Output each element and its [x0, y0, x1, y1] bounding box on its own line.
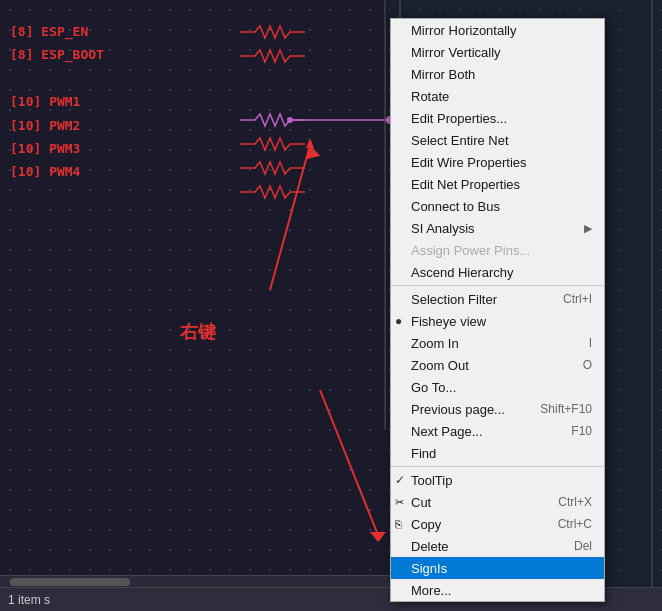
copy-shortcut: Ctrl+C — [558, 517, 592, 531]
status-text: 1 item s — [8, 593, 50, 607]
component-label-pwm3: [10] PWM3 — [10, 137, 104, 160]
context-menu: Mirror Horizontally Mirror Vertically Mi… — [390, 18, 605, 602]
menu-item-find[interactable]: Find — [391, 442, 604, 464]
cut-icon: ✂ — [395, 496, 404, 509]
menu-item-zoom-out[interactable]: Zoom Out O — [391, 354, 604, 376]
svg-marker-9 — [370, 532, 386, 542]
component-label-spacer — [10, 67, 104, 90]
menu-item-go-to[interactable]: Go To... — [391, 376, 604, 398]
svg-marker-3 — [303, 143, 320, 159]
menu-item-tooltip[interactable]: ✓ ToolTip — [391, 469, 604, 491]
menu-item-select-entire-net[interactable]: Select Entire Net — [391, 129, 604, 151]
selection-filter-shortcut: Ctrl+I — [563, 292, 592, 306]
menu-item-edit-wire-properties[interactable]: Edit Wire Properties — [391, 151, 604, 173]
zoom-in-shortcut: I — [589, 336, 592, 350]
menu-item-edit-net-properties[interactable]: Edit Net Properties — [391, 173, 604, 195]
menu-item-delete[interactable]: Delete Del — [391, 535, 604, 557]
component-label-pwm4: [10] PWM4 — [10, 160, 104, 183]
svg-line-2 — [270, 145, 310, 290]
component-label-pwm1: [10] PWM1 — [10, 90, 104, 113]
scrollbar-thumb[interactable] — [10, 578, 130, 586]
menu-item-selection-filter[interactable]: Selection Filter Ctrl+I — [391, 288, 604, 310]
prev-page-shortcut: Shift+F10 — [540, 402, 592, 416]
menu-item-ascend-hierarchy[interactable]: Ascend Hierarchy — [391, 261, 604, 283]
menu-item-next-page[interactable]: Next Page... F10 — [391, 420, 604, 442]
menu-separator-1 — [391, 285, 604, 286]
menu-item-connect-to-bus[interactable]: Connect to Bus — [391, 195, 604, 217]
component-labels: [8] ESP_EN [8] ESP_BOOT [10] PWM1 [10] P… — [10, 20, 104, 184]
copy-icon: ⎘ — [395, 518, 402, 530]
menu-item-signls[interactable]: SignIs — [391, 557, 604, 579]
schematic-content: [8] ESP_EN [8] ESP_BOOT [10] PWM1 [10] P… — [0, 0, 390, 611]
menu-item-zoom-in[interactable]: Zoom In I — [391, 332, 604, 354]
menu-item-more[interactable]: More... — [391, 579, 604, 601]
svg-point-1 — [287, 117, 293, 123]
annotation-text: 右键 — [180, 320, 216, 344]
component-label-pwm2: [10] PWM2 — [10, 114, 104, 137]
menu-item-previous-page[interactable]: Previous page... Shift+F10 — [391, 398, 604, 420]
cut-shortcut: Ctrl+X — [558, 495, 592, 509]
menu-separator-2 — [391, 466, 604, 467]
submenu-arrow-si: ▶ — [584, 222, 592, 235]
svg-line-8 — [320, 390, 380, 540]
menu-item-cut[interactable]: ✂ Cut Ctrl+X — [391, 491, 604, 513]
component-label-esp-en: [8] ESP_EN — [10, 20, 104, 43]
zoom-out-shortcut: O — [583, 358, 592, 372]
component-label-esp-boot: [8] ESP_BOOT — [10, 43, 104, 66]
menu-item-mirror-both[interactable]: Mirror Both — [391, 63, 604, 85]
menu-item-mirror-vertically[interactable]: Mirror Vertically — [391, 41, 604, 63]
svg-marker-4 — [306, 138, 314, 148]
menu-item-edit-properties[interactable]: Edit Properties... — [391, 107, 604, 129]
scrollbar-area[interactable] — [0, 575, 390, 587]
menu-item-si-analysis[interactable]: SI Analysis ▶ — [391, 217, 604, 239]
delete-shortcut: Del — [574, 539, 592, 553]
next-page-shortcut: F10 — [571, 424, 592, 438]
menu-item-copy[interactable]: ⎘ Copy Ctrl+C — [391, 513, 604, 535]
tooltip-check-icon: ✓ — [395, 473, 405, 487]
menu-item-fisheye-view[interactable]: ● Fisheye view — [391, 310, 604, 332]
menu-item-mirror-horizontally[interactable]: Mirror Horizontally — [391, 19, 604, 41]
fisheye-check-icon: ● — [395, 314, 402, 328]
menu-item-rotate[interactable]: Rotate — [391, 85, 604, 107]
menu-item-assign-power-pins: Assign Power Pins... — [391, 239, 604, 261]
